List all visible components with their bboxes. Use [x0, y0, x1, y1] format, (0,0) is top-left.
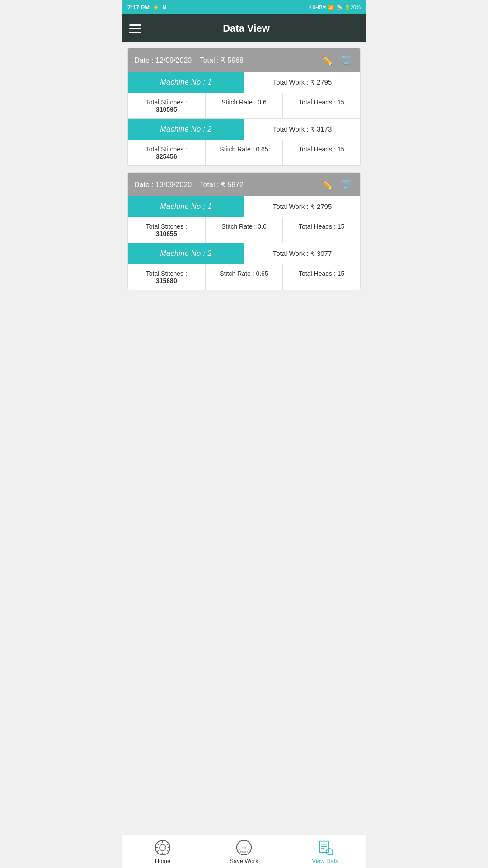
total-heads-value-2-2: Total Heads : 15: [299, 270, 344, 277]
total-heads-cell-2-1: Total Heads : 15: [283, 217, 360, 243]
machine-row-2-1: Machine No : 1 Total Work : ₹ 2795: [128, 196, 360, 217]
delete-button-1[interactable]: 🗑️: [339, 54, 354, 66]
machine-work-1-1: Total Work : ₹ 2795: [244, 72, 360, 93]
app-header: Data View: [122, 14, 366, 42]
svg-line-6: [157, 844, 159, 845]
date-header-2: Date : 13/09/2020 Total : ₹ 5872 ✏️ 🗑️: [128, 173, 360, 196]
hamburger-line-1: [129, 24, 141, 26]
total-stitches-value-2-1: 310655: [132, 230, 201, 237]
stats-row-2-1: Total Stitches : 310655 Stitch Rate : 0.…: [128, 217, 360, 243]
header-actions-1: ✏️ 🗑️: [319, 54, 354, 66]
edit-button-1[interactable]: ✏️: [319, 54, 334, 66]
stitch-rate-cell-2-2: Stitch Rate : 0.65: [206, 264, 283, 290]
machine-row-2-2: Machine No : 2 Total Work : ₹ 3077: [128, 243, 360, 264]
total-heads-cell-1-1: Total Heads : 15: [283, 93, 360, 118]
time: 7:17 PM: [127, 4, 150, 11]
network-speed: 4.9HB/s: [309, 5, 326, 10]
total-heads-value-2-1: Total Heads : 15: [299, 223, 344, 230]
hamburger-line-3: [129, 32, 141, 33]
machine-row-1-2: Machine No : 2 Total Work : ₹ 3173: [128, 119, 360, 140]
status-left: 7:17 PM ⚡ N: [127, 4, 167, 11]
stats-row-1-1: Total Stitches : 310595 Stitch Rate : 0.…: [128, 93, 360, 118]
battery: 🔋20%: [344, 5, 361, 10]
svg-point-1: [160, 844, 166, 851]
svg-line-19: [332, 854, 333, 856]
status-bar: 7:17 PM ⚡ N 4.9HB/s 📶 📡 🔋20%: [122, 0, 366, 14]
bolt-icon: ⚡: [152, 4, 160, 11]
machine-work-2-1: Total Work : ₹ 2795: [244, 196, 360, 217]
entry-card-2: Date : 13/09/2020 Total : ₹ 5872 ✏️ 🗑️ M…: [127, 172, 361, 290]
total-stitches-label-1-2: Total Stitches :: [132, 146, 201, 153]
page-title: Data View: [150, 23, 343, 34]
date-text-1: Date : 12/09/2020 Total : ₹ 5968: [134, 56, 244, 65]
svg-rect-14: [319, 841, 328, 853]
total-stitches-cell-2-1: Total Stitches : 310655: [128, 217, 206, 243]
wifi-icon: 📡: [336, 5, 343, 10]
svg-line-8: [157, 850, 159, 852]
nav-label-save-work: Save Work: [230, 858, 258, 864]
nav-item-save-work[interactable]: 12 HOUR Save Work: [203, 840, 285, 864]
bottom-nav: Home 12 HOUR Save Work View Data: [122, 835, 366, 868]
n-icon: N: [162, 4, 166, 11]
total-stitches-value-2-2: 315680: [132, 277, 201, 284]
hamburger-menu[interactable]: [129, 24, 141, 33]
machine-work-1-2: Total Work : ₹ 3173: [244, 119, 360, 140]
stats-row-2-2: Total Stitches : 315680 Stitch Rate : 0.…: [128, 264, 360, 290]
machine-label-1-1: Machine No : 1: [128, 72, 244, 93]
stats-row-1-2: Total Stitches : 325456 Stitch Rate : 0.…: [128, 140, 360, 165]
total-stitches-label-2-2: Total Stitches :: [132, 270, 201, 277]
nav-label-view-data: View Data: [312, 858, 338, 864]
date-text-2: Date : 13/09/2020 Total : ₹ 5872: [134, 180, 244, 189]
entry-card-1: Date : 12/09/2020 Total : ₹ 5968 ✏️ 🗑️ M…: [127, 48, 361, 166]
total-stitches-cell-1-1: Total Stitches : 310595: [128, 93, 206, 118]
machine-label-2-1: Machine No : 1: [128, 196, 244, 217]
total-stitches-value-1-1: 310595: [132, 106, 201, 113]
stitch-rate-value-1-2: Stitch Rate : 0.65: [220, 146, 268, 153]
machine-label-2-2: Machine No : 2: [128, 243, 244, 264]
nav-item-home[interactable]: Home: [122, 840, 203, 864]
date-header-1: Date : 12/09/2020 Total : ₹ 5968 ✏️ 🗑️: [128, 48, 360, 72]
total-heads-cell-1-2: Total Heads : 15: [283, 140, 360, 165]
nav-item-view-data[interactable]: View Data: [285, 840, 366, 864]
svg-point-18: [326, 849, 333, 855]
total-heads-cell-2-2: Total Heads : 15: [283, 264, 360, 290]
total-stitches-cell-2-2: Total Stitches : 315680: [128, 264, 206, 290]
main-content: Date : 12/09/2020 Total : ₹ 5968 ✏️ 🗑️ M…: [122, 42, 366, 835]
delete-button-2[interactable]: 🗑️: [339, 178, 354, 191]
stitch-rate-cell-2-1: Stitch Rate : 0.6: [206, 217, 283, 243]
home-icon: [155, 840, 171, 856]
total-stitches-cell-1-2: Total Stitches : 325456: [128, 140, 206, 165]
machine-work-2-2: Total Work : ₹ 3077: [244, 243, 360, 264]
svg-line-9: [167, 844, 169, 845]
stitch-rate-value-2-1: Stitch Rate : 0.6: [221, 223, 267, 230]
machine-row-1-1: Machine No : 1 Total Work : ₹ 2795: [128, 72, 360, 93]
stitch-rate-value-2-2: Stitch Rate : 0.65: [220, 270, 268, 277]
status-right: 4.9HB/s 📶 📡 🔋20%: [309, 5, 361, 10]
svg-line-7: [167, 850, 169, 852]
header-actions-2: ✏️ 🗑️: [319, 178, 354, 191]
edit-button-2[interactable]: ✏️: [319, 178, 334, 191]
stitch-rate-cell-1-1: Stitch Rate : 0.6: [206, 93, 283, 118]
total-heads-value-1-2: Total Heads : 15: [299, 146, 344, 153]
total-heads-value-1-1: Total Heads : 15: [299, 99, 344, 106]
total-stitches-value-1-2: 325456: [132, 153, 201, 160]
nav-label-home: Home: [155, 858, 171, 864]
stitch-rate-value-1-1: Stitch Rate : 0.6: [221, 99, 267, 106]
svg-text:12: 12: [242, 846, 246, 850]
hamburger-line-2: [129, 28, 141, 29]
view-data-icon: [317, 840, 333, 856]
save-work-icon: 12 HOUR: [236, 840, 252, 856]
machine-label-1-2: Machine No : 2: [128, 119, 244, 140]
stitch-rate-cell-1-2: Stitch Rate : 0.65: [206, 140, 283, 165]
total-stitches-label-1-1: Total Stitches :: [132, 99, 201, 106]
svg-text:HOUR: HOUR: [240, 850, 248, 853]
total-stitches-label-2-1: Total Stitches :: [132, 223, 201, 230]
signal-icon: 📶: [328, 5, 334, 10]
